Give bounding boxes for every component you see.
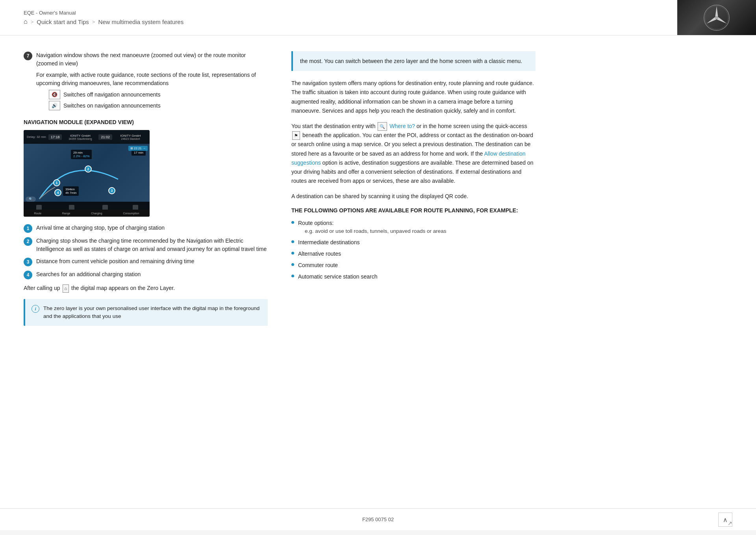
bullet-dot-1 bbox=[291, 221, 294, 224]
info-icon: i bbox=[32, 305, 39, 313]
switch-off-label: Switches off navigation announcements bbox=[63, 91, 160, 99]
header-content: EQE - Owner's Manual ⌂ > Quick start and… bbox=[0, 0, 677, 35]
search-icon-box: 🔍 bbox=[378, 122, 387, 131]
left-column: 7 Navigation window shows the next manoe… bbox=[24, 51, 268, 492]
page-indicator: ↗ bbox=[728, 520, 732, 526]
nav-tab-row: Route Range Charging Consumption bbox=[24, 210, 150, 217]
after-calling-text: After calling up ⌂ the digital map appea… bbox=[24, 284, 268, 293]
header: EQE - Owner's Manual ⌂ > Quick start and… bbox=[0, 0, 756, 35]
item-1-text: Arrival time at charging stop, type of c… bbox=[36, 224, 268, 232]
para2-mid: or in the home screen using the quick-ac… bbox=[417, 123, 527, 129]
waypoint-4: 4 bbox=[54, 189, 61, 196]
switch-off-item: 🔇 Switches off navigation announcements bbox=[49, 90, 268, 99]
tab-route: Route bbox=[34, 212, 41, 215]
breadcrumb-quick-start[interactable]: Quick start and Tips bbox=[37, 19, 89, 25]
main-content: 7 Navigation window shows the next manoe… bbox=[0, 35, 756, 508]
home-icon[interactable]: ⌂ bbox=[24, 18, 28, 25]
nav-top-bar: Delay: 32 min 17:18 IONITY GmbH 34355 St… bbox=[24, 130, 150, 144]
circle-4: 4 bbox=[24, 271, 32, 279]
item-number-7: 7 bbox=[24, 52, 32, 60]
list-item-service-station: Automatic service station search bbox=[291, 273, 536, 281]
flag-icon-box: ⚑ bbox=[292, 131, 300, 140]
sound-off-icon-box: 🔇 bbox=[49, 90, 60, 99]
nav-map-inner: Delay: 32 min 17:18 IONITY GmbH 34355 St… bbox=[24, 130, 150, 217]
right-column: the most. You can switch between the zer… bbox=[291, 51, 536, 492]
waypoint-2: 2 bbox=[85, 165, 92, 173]
route-options-list: Route options: e.g. avoid or use toll ro… bbox=[291, 219, 536, 281]
tab-range: Range bbox=[62, 212, 70, 215]
route-options-sub: e.g. avoid or use toll roads, tunnels, u… bbox=[305, 227, 446, 235]
para2-prefix: You start the destination entry with bbox=[291, 123, 376, 129]
nav-time-2: 21:02 bbox=[98, 134, 112, 140]
tab-consumption: Consumption bbox=[123, 212, 139, 215]
switch-on-item: 🔊 Switches on navigation announcements bbox=[49, 101, 268, 110]
bullet-dot-3 bbox=[291, 252, 294, 254]
list-item-intermediate: Intermediate destinations bbox=[291, 238, 536, 247]
sound-off-icon: 🔇 bbox=[52, 91, 57, 98]
diagonal-arrow-icon: ↗ bbox=[728, 520, 732, 526]
page-code: F295 0075 02 bbox=[362, 516, 394, 522]
svg-point-5 bbox=[715, 16, 718, 19]
numbered-item-4: 4 Searches for an additional charging st… bbox=[24, 270, 268, 279]
item-2-text: Charging stop shows the charging time re… bbox=[36, 237, 268, 253]
svg-marker-2 bbox=[715, 6, 718, 17]
breadcrumb-current: New multimedia system features bbox=[98, 19, 183, 25]
circle-2: 2 bbox=[24, 237, 32, 246]
para2-end: option is active, destination suggestion… bbox=[291, 160, 534, 184]
list-item-route-options: Route options: e.g. avoid or use toll ro… bbox=[291, 219, 536, 235]
para-qr-code: A destination can be shared by scanning … bbox=[291, 192, 536, 201]
waypoint-1: 1 bbox=[53, 179, 60, 186]
item-3-text: Distance from current vehicle position a… bbox=[36, 257, 268, 266]
route-planning-heading: THE FOLLOWING OPTIONS ARE AVAILABLE FOR … bbox=[291, 207, 536, 214]
nav-main-item-text: Navigation window shows the next manoeuv… bbox=[36, 51, 268, 112]
nav-eta: ⊞ 22:21 → bbox=[128, 146, 148, 151]
bullet-dot-2 bbox=[291, 240, 294, 243]
sound-on-icon: 🔊 bbox=[52, 102, 57, 109]
where-to-link[interactable]: Where to? bbox=[389, 123, 415, 129]
waypoint-3: 3 bbox=[108, 187, 115, 194]
scroll-up-icon: ∧ bbox=[723, 516, 728, 524]
breadcrumb-sep-1: > bbox=[31, 19, 34, 25]
item-4-text: Searches for an additional charging stat… bbox=[36, 270, 268, 279]
nav-map-image: Delay: 32 min 17:18 IONITY GmbH 34355 St… bbox=[24, 130, 150, 217]
document-title: EQE - Owner's Manual bbox=[24, 10, 654, 16]
nav-stats-1: 29 min2.2% - 82% bbox=[71, 150, 92, 159]
tab-charging: Charging bbox=[91, 212, 102, 215]
bullet-dot-5 bbox=[291, 275, 294, 277]
breadcrumb: ⌂ > Quick start and Tips > New multimedi… bbox=[24, 18, 654, 25]
circle-3: 3 bbox=[24, 258, 32, 266]
list-item-alternative: Alternative routes bbox=[291, 250, 536, 258]
delay-label: Delay: 32 min bbox=[27, 135, 46, 139]
nav-sub-items: 🔇 Switches off navigation announcements … bbox=[49, 90, 268, 110]
right-top-box: the most. You can switch between the zer… bbox=[291, 51, 536, 71]
nav-module-heading: NAVIGATION MODULE (EXPANDED VIEW) bbox=[24, 119, 268, 125]
switch-on-label: Switches on navigation announcements bbox=[63, 102, 161, 110]
footer: F295 0075 02 ∧ ↗ bbox=[0, 508, 756, 530]
nav-station-1: IONITY GmbH 34355 Staufenberg bbox=[64, 134, 96, 140]
circle-1: 1 bbox=[24, 224, 32, 233]
bullet-dot-4 bbox=[291, 263, 294, 266]
mercedes-logo-area bbox=[677, 0, 756, 35]
list-item-route-text: Route options: e.g. avoid or use toll ro… bbox=[298, 219, 446, 235]
sound-on-icon-box: 🔊 bbox=[49, 101, 60, 110]
nav-station-2: IONITY GmbH 24623 Standort bbox=[115, 134, 146, 140]
breadcrumb-sep-2: > bbox=[92, 19, 95, 25]
mercedes-star-icon bbox=[703, 4, 730, 32]
para-destination-entry: You start the destination entry with 🔍 W… bbox=[291, 122, 536, 186]
nav-stats-3: 394km4h 7min bbox=[63, 186, 79, 196]
nav-map-area: 1 2 3 4 29 min2.2% - 82% 17 min 394km4h … bbox=[24, 144, 150, 202]
numbered-item-2: 2 Charging stop shows the charging time … bbox=[24, 237, 268, 253]
para-navigation-options: The navigation system offers many option… bbox=[291, 79, 536, 115]
nav-item-sub: For example, with active route guidance,… bbox=[36, 71, 268, 87]
numbered-item-3: 3 Distance from current vehicle position… bbox=[24, 257, 268, 266]
nav-main-item: 7 Navigation window shows the next manoe… bbox=[24, 51, 268, 112]
numbered-item-1: 1 Arrival time at charging stop, type of… bbox=[24, 224, 268, 233]
home-map-icon-box: ⌂ bbox=[63, 284, 69, 293]
nav-search-bar: 🔍 bbox=[26, 197, 36, 202]
list-item-commuter: Commuter route bbox=[291, 261, 536, 269]
info-box-text: The zero layer is your own personalised … bbox=[43, 305, 261, 321]
info-box: i The zero layer is your own personalise… bbox=[24, 299, 268, 326]
nav-time-1: 17:18 bbox=[48, 134, 62, 140]
